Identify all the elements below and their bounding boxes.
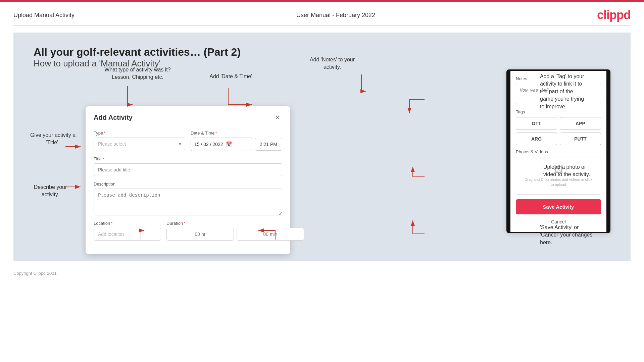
tag-ott[interactable]: OTT (516, 117, 557, 130)
annotation-give-title: Give your activity a'Title'. (27, 132, 79, 147)
copyright: Copyright Clippd 2021 (13, 271, 57, 276)
modal-close-button[interactable]: × (273, 112, 282, 122)
description-group: Description (94, 182, 282, 215)
clippd-logo: clippd (597, 8, 631, 22)
add-activity-modal: Add Activity × Type* Please select ▾ (86, 106, 290, 254)
save-activity-button[interactable]: Save Activity (516, 199, 601, 214)
date-value: 15 / 02 / 2022 (194, 142, 223, 147)
header-divider (13, 25, 631, 26)
calendar-icon: 📅 (226, 141, 232, 147)
tag-app[interactable]: APP (560, 117, 601, 130)
datetime-label: Date & Time* (191, 131, 282, 136)
description-label: Description (94, 182, 282, 187)
header-center: User Manual - February 2022 (296, 12, 375, 19)
description-textarea[interactable] (94, 189, 282, 215)
modal-header: Add Activity × (86, 106, 290, 127)
location-duration-row: Location* Duration* (94, 221, 282, 241)
tag-arg[interactable]: ARG (516, 133, 557, 145)
photos-label: Photos & Videos (516, 149, 601, 154)
duration-group: Duration* (166, 221, 304, 241)
time-input[interactable]: 2:21 PM (255, 138, 282, 151)
annotation-notes: Add 'Notes' to youractivity. (299, 56, 366, 71)
datetime-group: Date & Time* 15 / 02 / 2022 📅 2:21 PM (191, 131, 282, 151)
title-group: Title* (94, 156, 282, 176)
annotation-upload: Upload a photo orvideo to the activity. (543, 163, 621, 178)
footer: Copyright Clippd 2021 (0, 267, 644, 279)
duration-inputs (166, 228, 304, 241)
location-input[interactable] (94, 228, 161, 241)
type-select[interactable]: Please select (94, 138, 185, 150)
title-label: Title* (94, 156, 282, 161)
annotation-date-time: Add 'Date & Time'. (201, 73, 262, 80)
annotation-describe: Describe youractivity. (27, 184, 74, 199)
modal-title: Add Activity (94, 114, 133, 121)
main-content: All your golf-relevant activities… (Part… (13, 33, 631, 261)
type-group: Type* Please select ▾ (94, 131, 185, 151)
tags-grid: OTT APP ARG PUTT (516, 117, 601, 145)
annotation-tag: Add a 'Tag' to youractivity to link it t… (540, 73, 621, 110)
upload-text: Drag and Drop photos and videos or click… (523, 177, 594, 188)
modal-body: Type* Please select ▾ Date & Time* (86, 127, 290, 254)
type-datetime-row: Type* Please select ▾ Date & Time* (94, 131, 282, 151)
header: Upload Manual Activity User Manual - Feb… (0, 2, 644, 25)
type-label: Type* (94, 131, 185, 136)
duration-label: Duration* (166, 221, 304, 226)
header-left: Upload Manual Activity (13, 12, 75, 19)
tag-putt[interactable]: PUTT (560, 133, 601, 145)
type-select-wrapper: Please select ▾ (94, 138, 185, 150)
annotation-activity-type: What type of activity was it?Lesson, Chi… (104, 66, 171, 81)
date-time-inputs: 15 / 02 / 2022 📅 2:21 PM (191, 138, 282, 151)
duration-min-input[interactable] (237, 228, 304, 241)
title-input[interactable] (94, 163, 282, 176)
duration-hr-input[interactable] (166, 228, 234, 241)
location-label: Location* (94, 221, 161, 226)
annotation-save-cancel: 'Save Activity' or'Cancel' your changesh… (540, 224, 621, 246)
date-input[interactable]: 15 / 02 / 2022 📅 (191, 138, 252, 151)
header-right: clippd (597, 8, 631, 22)
location-group: Location* (94, 221, 161, 241)
